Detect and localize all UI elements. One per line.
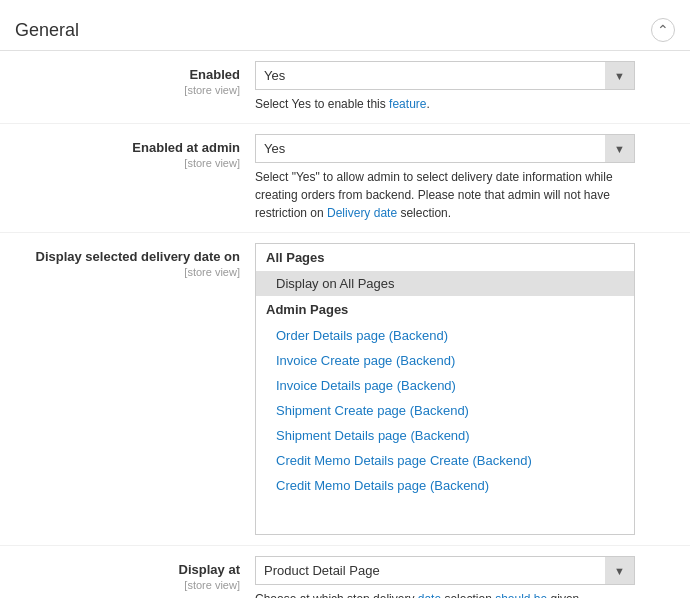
page-container: General ⌃ Enabled [store view] Yes No ▼ … (0, 0, 690, 598)
listbox-item-shipment-create[interactable]: Shipment Create page (Backend) (256, 398, 634, 423)
enabled-label: Enabled (15, 67, 240, 82)
enabled-admin-label-col: Enabled at admin [store view] (15, 134, 255, 169)
display-at-select[interactable]: Product Detail Page Cart Page Checkout P… (255, 556, 635, 585)
enabled-admin-input-col: Yes No ▼ Select "Yes" to allow admin to … (255, 134, 675, 222)
display-on-scope: [store view] (15, 266, 240, 278)
listbox-inner[interactable]: All Pages Display on All Pages Admin Pag… (256, 244, 634, 534)
listbox-item-invoice-details[interactable]: Invoice Details page (Backend) (256, 373, 634, 398)
admin-pages-group-label: Admin Pages (256, 296, 634, 323)
listbox-item-credit-memo-create[interactable]: Credit Memo Details page Create (Backend… (256, 448, 634, 473)
listbox-item-all-pages[interactable]: Display on All Pages (256, 271, 634, 296)
enabled-scope: [store view] (15, 84, 240, 96)
display-on-label-col: Display selected delivery date on [store… (15, 243, 255, 278)
display-at-label-col: Display at [store view] (15, 556, 255, 591)
display-at-note-should-link: should (495, 592, 530, 598)
display-on-listbox: All Pages Display on All Pages Admin Pag… (255, 243, 635, 535)
enabled-admin-select[interactable]: Yes No (255, 134, 635, 163)
display-at-row: Display at [store view] Product Detail P… (0, 546, 690, 598)
enabled-input-col: Yes No ▼ Select Yes to enable this featu… (255, 61, 675, 113)
enabled-admin-select-wrapper: Yes No ▼ (255, 134, 635, 163)
enabled-note-link: feature (389, 97, 426, 111)
listbox-item-credit-memo-details[interactable]: Credit Memo Details page (Backend) (256, 473, 634, 498)
display-on-row: Display selected delivery date on [store… (0, 233, 690, 546)
enabled-admin-label: Enabled at admin (15, 140, 240, 155)
listbox-item-order-details[interactable]: Order Details page (Backend) (256, 323, 634, 348)
display-at-input-col: Product Detail Page Cart Page Checkout P… (255, 556, 675, 598)
display-at-label: Display at (15, 562, 240, 577)
display-at-note-be-link: be (534, 592, 547, 598)
enabled-label-col: Enabled [store view] (15, 61, 255, 96)
enabled-row: Enabled [store view] Yes No ▼ Select Yes… (0, 51, 690, 124)
display-on-label: Display selected delivery date on (15, 249, 240, 264)
display-at-scope: [store view] (15, 579, 240, 591)
collapse-icon: ⌃ (657, 22, 669, 38)
enabled-select[interactable]: Yes No (255, 61, 635, 90)
section-title: General (15, 20, 79, 41)
display-at-select-wrapper: Product Detail Page Cart Page Checkout P… (255, 556, 635, 585)
section-header: General ⌃ (0, 10, 690, 51)
display-on-input-col: All Pages Display on All Pages Admin Pag… (255, 243, 675, 535)
enabled-select-wrapper: Yes No ▼ (255, 61, 635, 90)
enabled-admin-scope: [store view] (15, 157, 240, 169)
enabled-admin-row: Enabled at admin [store view] Yes No ▼ S… (0, 124, 690, 233)
display-at-note: Choose at which step delivery date selec… (255, 590, 635, 598)
listbox-item-shipment-details[interactable]: Shipment Details page (Backend) (256, 423, 634, 448)
all-pages-group-label: All Pages (256, 244, 634, 271)
display-at-note-date-link: date (418, 592, 441, 598)
enabled-admin-note: Select "Yes" to allow admin to select de… (255, 168, 635, 222)
collapse-button[interactable]: ⌃ (651, 18, 675, 42)
enabled-note: Select Yes to enable this feature. (255, 95, 635, 113)
delivery-date-link: Delivery date (327, 206, 397, 220)
listbox-item-invoice-create[interactable]: Invoice Create page (Backend) (256, 348, 634, 373)
